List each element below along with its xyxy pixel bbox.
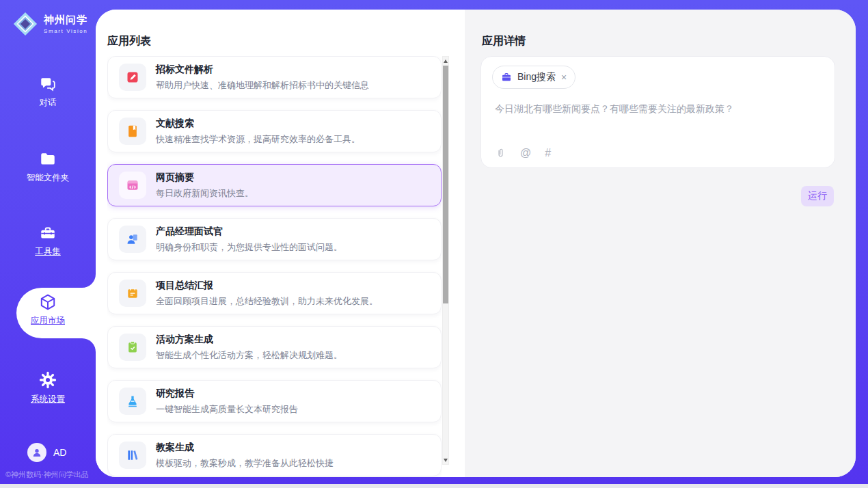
app-list: 招标文件解析 帮助用户快速、准确地理解和解析招标书中的关键信息 文献搜索 快速精… bbox=[107, 56, 442, 477]
hash-icon[interactable]: # bbox=[545, 147, 551, 159]
app-name: 活动方案生成 bbox=[156, 334, 342, 346]
user-account[interactable]: AD bbox=[27, 443, 66, 462]
content-area: 应用列表 招标文件解析 帮助用户快速、准确地理解和解析招标书中的关键信息 bbox=[96, 10, 856, 477]
toolbox-icon bbox=[39, 224, 57, 242]
paperclip-icon[interactable] bbox=[495, 148, 506, 159]
sidebar-item-label: 对话 bbox=[0, 97, 96, 109]
page-bottom-strip bbox=[0, 484, 868, 488]
interviewer-icon bbox=[119, 226, 146, 253]
app-card-bid-analysis[interactable]: 招标文件解析 帮助用户快速、准确地理解和解析招标书中的关键信息 bbox=[107, 56, 442, 98]
edit-pen-icon bbox=[119, 64, 146, 91]
app-card-research-report[interactable]: 研究报告 一键智能生成高质量长文本研究报告 bbox=[107, 380, 442, 422]
app-desc: 全面回顾项目进展，总结经验教训，助力未来优化发展。 bbox=[156, 295, 378, 308]
brand-diamond-icon bbox=[12, 11, 38, 37]
folder-icon bbox=[39, 150, 57, 168]
tool-chip-bing-search[interactable]: Bing搜索 × bbox=[492, 66, 575, 89]
brand-subtitle: Smart Vision bbox=[44, 28, 87, 34]
user-name: AD bbox=[53, 447, 66, 458]
sidebar-item-chat[interactable]: 对话 bbox=[0, 75, 96, 109]
avatar bbox=[27, 443, 46, 462]
app-detail-title: 应用详情 bbox=[482, 34, 526, 49]
web-window-icon bbox=[119, 172, 146, 199]
input-toolbar: @ # bbox=[495, 147, 551, 159]
copyright-footer: ©神州数码·神州问学出品 bbox=[5, 470, 97, 480]
calendar-note-icon bbox=[119, 280, 146, 307]
sidebar-item-toolset[interactable]: 工具集 bbox=[0, 224, 96, 258]
sidebar-item-label: 智能文件夹 bbox=[0, 172, 96, 184]
book-icon bbox=[119, 118, 146, 145]
app-desc: 帮助用户快速、准确地理解和解析招标书中的关键信息 bbox=[156, 79, 369, 92]
sidebar-item-settings[interactable]: 系统设置 bbox=[0, 370, 96, 405]
sidebar-item-label: 系统设置 bbox=[0, 394, 96, 405]
person-icon bbox=[31, 446, 43, 459]
clipboard-check-icon bbox=[119, 334, 146, 361]
scrollbar-thumb[interactable] bbox=[443, 66, 448, 303]
app-card-web-summary[interactable]: 网页摘要 每日政府新闻资讯快查。 bbox=[107, 164, 442, 206]
cube-icon bbox=[39, 293, 57, 311]
app-desc: 模板驱动，教案秒成，教学准备从此轻松快捷 bbox=[156, 457, 334, 470]
app-card-project-summary[interactable]: 项目总结汇报 全面回顾项目进展，总结经验教训，助力未来优化发展。 bbox=[107, 272, 442, 314]
prompt-card: Bing搜索 × 今日湖北有哪些新闻要点？有哪些需要关注的最新政策？ @ # bbox=[480, 56, 835, 168]
app-card-lesson-plan[interactable]: 教案生成 模板驱动，教案秒成，教学准备从此轻松快捷 bbox=[107, 434, 442, 476]
query-input[interactable]: 今日湖北有哪些新闻要点？有哪些需要关注的最新政策？ bbox=[495, 103, 824, 116]
app-name: 项目总结汇报 bbox=[156, 280, 378, 292]
chat-icon bbox=[39, 75, 57, 93]
flask-report-icon bbox=[119, 388, 146, 415]
app-name: 教案生成 bbox=[156, 442, 334, 454]
sidebar-item-label: 应用市场 bbox=[0, 315, 96, 327]
app-desc: 快速精准查找学术资源，提高研究效率的必备工具。 bbox=[156, 133, 360, 146]
run-button[interactable]: 运行 bbox=[801, 186, 834, 206]
sidebar-item-smart-folder[interactable]: 智能文件夹 bbox=[0, 150, 96, 184]
app-list-panel: 应用列表 招标文件解析 帮助用户快速、准确地理解和解析招标书中的关键信息 bbox=[96, 10, 465, 477]
tool-chip-label: Bing搜索 bbox=[517, 71, 556, 83]
sidebar-item-label: 工具集 bbox=[0, 246, 96, 258]
app-card-pm-interviewer[interactable]: 产品经理面试官 明确身份和职责，为您提供专业性的面试问题。 bbox=[107, 218, 442, 260]
gear-icon bbox=[38, 370, 57, 390]
app-desc: 智能生成个性化活动方案，轻松解决规划难题。 bbox=[156, 349, 342, 362]
app-desc: 每日政府新闻资讯快查。 bbox=[156, 187, 254, 200]
app-name: 招标文件解析 bbox=[156, 64, 369, 76]
app-list-title: 应用列表 bbox=[107, 34, 151, 49]
sidebar: 神州问学 Smart Vision 对话 智能文件夹 工具集 应用市场 bbox=[0, 0, 96, 484]
scroll-up-button[interactable] bbox=[443, 57, 448, 65]
books-icon bbox=[119, 442, 146, 469]
briefcase-icon bbox=[501, 72, 512, 83]
app-name: 文献搜索 bbox=[156, 118, 360, 130]
app-name: 研究报告 bbox=[156, 388, 298, 400]
app-card-literature-search[interactable]: 文献搜索 快速精准查找学术资源，提高研究效率的必备工具。 bbox=[107, 110, 442, 152]
app-detail-panel: 应用详情 Bing搜索 × 今日湖北有哪些新闻要点？有哪些需要关注的最新政策？ … bbox=[465, 10, 856, 477]
app-name: 产品经理面试官 bbox=[156, 226, 342, 238]
triangle-down-icon bbox=[444, 459, 448, 462]
brand-logo: 神州问学 Smart Vision bbox=[12, 11, 87, 37]
app-name: 网页摘要 bbox=[156, 172, 254, 184]
scrollbar[interactable] bbox=[442, 56, 449, 465]
app-card-activity-plan[interactable]: 活动方案生成 智能生成个性化活动方案，轻松解决规划难题。 bbox=[107, 326, 442, 368]
scroll-down-button[interactable] bbox=[443, 456, 448, 464]
app-desc: 明确身份和职责，为您提供专业性的面试问题。 bbox=[156, 241, 342, 254]
triangle-up-icon bbox=[444, 59, 448, 63]
app-desc: 一键智能生成高质量长文本研究报告 bbox=[156, 403, 298, 416]
mention-icon[interactable]: @ bbox=[520, 147, 531, 159]
brand-name: 神州问学 bbox=[44, 14, 87, 27]
close-icon[interactable]: × bbox=[561, 72, 567, 82]
sidebar-item-app-market[interactable]: 应用市场 bbox=[0, 293, 96, 327]
